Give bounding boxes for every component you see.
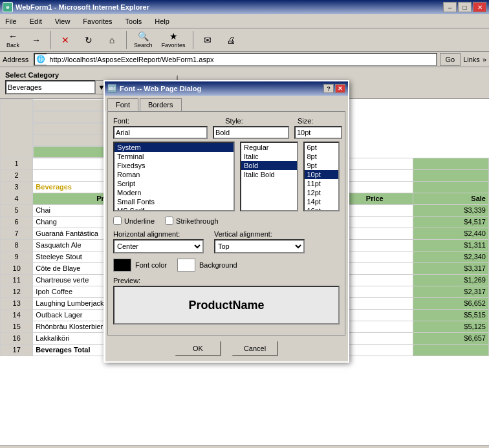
- print-button[interactable]: 🖨: [221, 30, 241, 50]
- menu-favorites[interactable]: Favorites: [80, 16, 114, 27]
- font-list-item-modern[interactable]: Modern: [114, 188, 234, 197]
- font-style-list[interactable]: Regular Italic Bold Italic Bold: [240, 142, 298, 211]
- address-input[interactable]: [47, 54, 435, 65]
- favorites-button[interactable]: ★ Favorites: [158, 30, 189, 50]
- links-label: Links: [463, 56, 480, 63]
- font-name-input[interactable]: [113, 126, 208, 139]
- font-style-input[interactable]: [213, 126, 289, 139]
- forward-button[interactable]: →: [26, 30, 47, 50]
- dialog-help-button[interactable]: ?: [323, 84, 334, 93]
- cell[interactable]: $3,317: [413, 262, 488, 274]
- mail-button[interactable]: ✉: [197, 30, 218, 50]
- row-num: 6: [1, 216, 33, 228]
- size-6pt[interactable]: 6pt: [305, 143, 339, 152]
- cell[interactable]: $5,125: [413, 321, 488, 332]
- tab-borders[interactable]: Borders: [140, 98, 182, 111]
- home-button[interactable]: ⌂: [102, 30, 122, 50]
- cell[interactable]: $1,311: [413, 239, 488, 251]
- back-button[interactable]: ← Back: [3, 30, 23, 50]
- menu-edit[interactable]: Edit: [27, 16, 45, 27]
- cell[interactable]: $6,657: [413, 332, 488, 344]
- style-italic-bold[interactable]: Italic Bold: [241, 170, 297, 179]
- font-size-input[interactable]: [294, 126, 342, 139]
- stop-button[interactable]: ✕: [55, 30, 76, 50]
- cancel-button[interactable]: Cancel: [232, 341, 278, 356]
- search-icon: 🔍: [137, 31, 149, 41]
- cell-sale-hdr[interactable]: Sale: [413, 193, 488, 204]
- favorites-label: Favorites: [162, 42, 186, 48]
- preview-label: Preview:: [113, 277, 340, 284]
- cell[interactable]: [413, 169, 488, 181]
- font-color-swatch[interactable]: [113, 259, 131, 272]
- dialog-close-button[interactable]: ✕: [335, 84, 345, 93]
- maximize-button[interactable]: □: [458, 2, 472, 12]
- close-button[interactable]: ✕: [473, 2, 486, 12]
- menu-tools[interactable]: Tools: [123, 16, 145, 27]
- tab-font[interactable]: Font: [107, 98, 138, 111]
- row-num: 12: [1, 286, 33, 297]
- size-8pt[interactable]: 8pt: [305, 152, 339, 161]
- size-11pt[interactable]: 11pt: [305, 179, 339, 188]
- font-list-item-terminal[interactable]: Terminal: [114, 152, 234, 161]
- search-button[interactable]: 🔍 Search: [131, 30, 156, 50]
- strikethrough-checkbox[interactable]: [165, 217, 173, 225]
- category-input[interactable]: [5, 80, 96, 94]
- style-italic[interactable]: Italic: [241, 152, 297, 161]
- size-12pt[interactable]: 12pt: [305, 188, 339, 197]
- font-list-item-script[interactable]: Script: [114, 179, 234, 188]
- font-list-item-roman[interactable]: Roman: [114, 170, 234, 179]
- row-num: 11: [1, 274, 33, 286]
- minimize-button[interactable]: –: [443, 2, 457, 12]
- dialog-controls: ? ✕: [323, 84, 345, 93]
- cell[interactable]: [413, 344, 488, 356]
- cell[interactable]: $2,317: [413, 286, 488, 297]
- cell[interactable]: $4,517: [413, 216, 488, 228]
- main-content: Select Category ▼ Show Report A: [0, 67, 489, 445]
- home-icon: ⌂: [106, 34, 118, 46]
- cell[interactable]: $3,339: [413, 204, 488, 216]
- cell[interactable]: $2,340: [413, 251, 488, 262]
- background-color-swatch[interactable]: [177, 259, 195, 272]
- font-color-label: Font color: [135, 261, 167, 269]
- font-name-list[interactable]: System Terminal Fixedsys Roman Script Mo…: [113, 142, 235, 211]
- status-bar: Done 🌐 Local intranet: [0, 445, 489, 448]
- background-color-item: Background: [177, 259, 237, 272]
- font-dialog: 🔤 Font -- Web Page Dialog ? ✕ Font Borde…: [103, 80, 349, 363]
- font-list-item-msserif[interactable]: MS Serif: [114, 206, 234, 211]
- font-list-item-fixedsys[interactable]: Fixedsys: [114, 161, 234, 170]
- cell[interactable]: $6,652: [413, 297, 488, 309]
- refresh-icon: ↻: [83, 34, 94, 46]
- cell[interactable]: $2,440: [413, 228, 488, 239]
- size-9pt[interactable]: 9pt: [305, 161, 339, 170]
- size-16pt[interactable]: 16pt: [305, 206, 339, 211]
- cell[interactable]: [413, 158, 488, 169]
- row-num: 10: [1, 262, 33, 274]
- style-bold[interactable]: Bold: [241, 161, 297, 170]
- style-regular[interactable]: Regular: [241, 143, 297, 152]
- menu-view[interactable]: View: [52, 16, 73, 27]
- toolbar: ← Back → ✕ ↻ ⌂ 🔍 Search ★ Favorites ✉ 🖨: [0, 28, 489, 52]
- font-size-list[interactable]: 6pt 8pt 9pt 10pt 11pt 12pt 14pt 16pt 18p…: [303, 142, 340, 211]
- cell[interactable]: $5,515: [413, 309, 488, 321]
- toolbar-sep-2: [126, 31, 127, 49]
- menu-file[interactable]: File: [3, 16, 19, 27]
- size-10pt[interactable]: 10pt: [305, 170, 339, 179]
- font-list-item-system[interactable]: System: [114, 143, 234, 152]
- cell[interactable]: $1,269: [413, 274, 488, 286]
- vert-align-select[interactable]: Top Middle Bottom: [214, 239, 305, 253]
- font-lists: System Terminal Fixedsys Roman Script Mo…: [113, 142, 340, 211]
- underline-checkbox-label[interactable]: Underline: [113, 217, 155, 225]
- menu-help[interactable]: Help: [152, 16, 172, 27]
- refresh-button[interactable]: ↻: [78, 30, 99, 50]
- size-14pt[interactable]: 14pt: [305, 197, 339, 206]
- category-label: Select Category: [5, 71, 108, 79]
- horiz-align-select[interactable]: Left Center Right: [113, 239, 204, 253]
- ok-button[interactable]: OK: [175, 341, 221, 356]
- cell[interactable]: [413, 181, 488, 193]
- row-num: 8: [1, 239, 33, 251]
- strikethrough-checkbox-label[interactable]: Strikethrough: [165, 217, 218, 225]
- underline-checkbox[interactable]: [113, 217, 122, 225]
- go-button[interactable]: Go: [440, 53, 461, 66]
- font-list-item-smallfonts[interactable]: Small Fonts: [114, 197, 234, 206]
- toolbar-sep-3: [193, 31, 193, 49]
